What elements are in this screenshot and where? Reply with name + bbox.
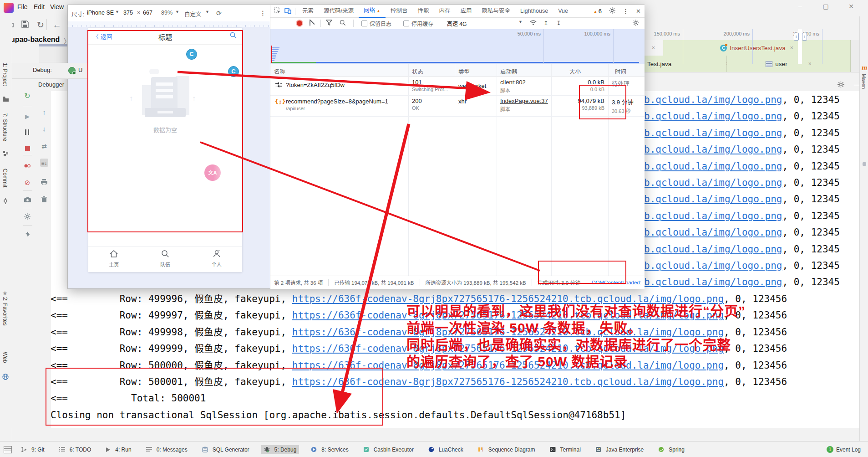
- statusbar-item-8services[interactable]: 8: Services: [308, 445, 351, 454]
- statusbar-item-javaenterprise[interactable]: Java Enterprise: [593, 445, 646, 454]
- devtools-tab-[interactable]: 控制台: [386, 5, 413, 17]
- column-header[interactable]: 启动器: [500, 67, 518, 76]
- menu-view[interactable]: View: [50, 3, 64, 10]
- close-devtools-icon[interactable]: ✕: [636, 8, 641, 15]
- initiator-link[interactable]: client:802: [500, 79, 526, 86]
- chevron-down-icon[interactable]: ▼: [115, 10, 119, 14]
- console-link[interactable]: b.qcloud.la/img/logo.png: [644, 161, 782, 172]
- throttling-select[interactable]: 高速 4G: [447, 20, 467, 27]
- statusbar-item-5debug[interactable]: 5: Debug: [261, 445, 299, 454]
- sidebar-item-commit[interactable]: Commit: [2, 169, 8, 187]
- sync-icon[interactable]: ↻: [36, 20, 46, 30]
- jump-icon[interactable]: ⇄: [40, 142, 48, 150]
- disable-cache-checkbox[interactable]: [403, 21, 409, 26]
- statusbar-item-4run[interactable]: 4: Run: [103, 445, 134, 454]
- step-down-icon[interactable]: ↓: [40, 125, 48, 133]
- close-tab-icon[interactable]: ×: [808, 61, 812, 67]
- console-link[interactable]: b.qcloud.la/img/logo.png: [644, 211, 782, 221]
- tool-dock-icon[interactable]: [863, 162, 866, 166]
- console-link[interactable]: b.qcloud.la/img/logo.png: [644, 177, 782, 188]
- sidebar-item-project[interactable]: 1: Project: [2, 63, 8, 86]
- column-header[interactable]: 类型: [458, 67, 470, 76]
- gear-icon[interactable]: [23, 213, 31, 221]
- globe-icon[interactable]: [2, 374, 10, 381]
- chevron-down-icon[interactable]: ▼: [518, 20, 523, 24]
- zoom-select[interactable]: 89%: [161, 10, 173, 16]
- initiator-link[interactable]: IndexPage.vue:37: [500, 98, 548, 104]
- folder-icon[interactable]: [2, 96, 10, 103]
- menu-edit[interactable]: Edit: [34, 3, 45, 10]
- chevron-down-icon[interactable]: ▼: [175, 10, 179, 14]
- device-select[interactable]: iPhone SE: [87, 10, 114, 16]
- console-link[interactable]: b.qcloud.la/img/logo.png: [644, 194, 782, 205]
- breakpoints-icon[interactable]: [23, 162, 31, 170]
- console-link[interactable]: b.qcloud.la/img/logo.png: [644, 277, 782, 288]
- kebab-menu-icon[interactable]: ⋮: [623, 8, 629, 15]
- statusbar-item-6todo[interactable]: 6: TODO: [56, 445, 94, 454]
- search-icon[interactable]: [340, 20, 346, 27]
- column-header[interactable]: 大小: [569, 67, 581, 76]
- devtools-tab-[interactable]: 内存: [434, 5, 455, 17]
- mute-breakpoints-icon[interactable]: ⊘: [23, 179, 31, 187]
- devtools-tab-[interactable]: 性能: [412, 5, 434, 17]
- sidebar-item-web[interactable]: Web: [2, 352, 8, 363]
- overview-handle[interactable]: ‖: [802, 33, 807, 41]
- sidebar-item-maven[interactable]: Maven: [861, 74, 867, 89]
- editor-tab-user[interactable]: user ×: [727, 56, 851, 72]
- editor-tab-hidden[interactable]: ×: [644, 40, 664, 56]
- console-link[interactable]: b.qcloud.la/img/logo.png: [644, 144, 782, 155]
- inspect-icon[interactable]: [274, 7, 281, 15]
- network-conditions-icon[interactable]: [530, 20, 537, 27]
- devtools-tab-[interactable]: 元素: [297, 5, 319, 17]
- save-icon[interactable]: [20, 20, 30, 30]
- console-link[interactable]: b.qcloud.la/img/logo.png: [644, 128, 782, 139]
- nav-item-主页[interactable]: 主页: [88, 246, 140, 272]
- gear-icon[interactable]: [838, 81, 844, 89]
- sidebar-item-structure[interactable]: 7: Structure: [2, 113, 8, 141]
- close-tab-icon[interactable]: ×: [790, 45, 793, 51]
- trash-icon[interactable]: [40, 196, 48, 204]
- column-header[interactable]: 状态: [412, 67, 423, 76]
- devtools-tab-Vue[interactable]: Vue: [553, 5, 573, 17]
- statusbar-item-terminal[interactable]: Terminal: [547, 445, 584, 454]
- project-breadcrumb[interactable]: yupao-backend: [6, 36, 60, 44]
- overview-handle[interactable]: ‖: [794, 33, 799, 41]
- network-settings-gear-icon[interactable]: [633, 20, 639, 27]
- event-log[interactable]: 1 Event Log: [827, 446, 861, 453]
- device-height-input[interactable]: 667: [143, 10, 152, 16]
- star-icon[interactable]: ★: [2, 289, 10, 296]
- menu-file[interactable]: File: [17, 3, 28, 10]
- editor-tab-insertuserstest[interactable]: C InsertUsersTest.java ×: [663, 40, 851, 56]
- preserve-log-checkbox[interactable]: [361, 21, 367, 26]
- statusbar-item-luacheck[interactable]: LuaCheck: [426, 445, 466, 454]
- devtools-tab-[interactable]: 网络▲: [359, 5, 386, 18]
- nav-item-队伍[interactable]: 队伍: [140, 246, 191, 272]
- scroll-to-end-icon[interactable]: ≡↓: [40, 159, 48, 167]
- devtools-tab-Lighthouse[interactable]: Lighthouse: [515, 5, 553, 17]
- step-up-icon[interactable]: ↑: [40, 108, 48, 117]
- editor-tab-test[interactable]: Test.java ×: [644, 56, 727, 72]
- toolwindow-switcher-icon[interactable]: [4, 446, 12, 453]
- pause-icon[interactable]: [23, 128, 31, 137]
- statusbar-item-casbinexecutor[interactable]: Casbin Executor: [360, 445, 416, 454]
- export-har-icon[interactable]: ↧: [556, 20, 561, 26]
- kebab-menu-icon[interactable]: ⋮: [260, 10, 266, 16]
- statusbar-item-spring[interactable]: Spring: [655, 445, 687, 454]
- pin-icon[interactable]: [23, 231, 31, 239]
- request-name[interactable]: ?token=ZkAfI2Zq5fDw: [286, 82, 345, 88]
- statusbar-item-sequencediagram[interactable]: Sequence Diagram: [475, 445, 538, 454]
- request-name[interactable]: recommend?pageSize=8&pageNum=1/api/user: [286, 98, 388, 111]
- device-width-input[interactable]: 375: [123, 10, 133, 16]
- record-icon[interactable]: [296, 20, 303, 27]
- minimize-icon[interactable]: –: [796, 3, 805, 10]
- toggle-device-toolbar-icon[interactable]: [284, 7, 291, 15]
- devtools-tab-[interactable]: 应用: [455, 5, 477, 17]
- console-link[interactable]: b.qcloud.la/img/logo.png: [644, 260, 782, 271]
- close-tab-icon[interactable]: ×: [652, 45, 655, 51]
- chevron-down-icon[interactable]: ▼: [205, 10, 209, 14]
- maximize-icon[interactable]: ▢: [821, 3, 830, 10]
- devtools-tab-[interactable]: 隐私与安全: [477, 5, 516, 17]
- statusbar-item-0messages[interactable]: 0: Messages: [143, 445, 190, 454]
- devtools-tab-[interactable]: 源代码/来源: [319, 5, 359, 17]
- camera-icon[interactable]: [23, 196, 31, 204]
